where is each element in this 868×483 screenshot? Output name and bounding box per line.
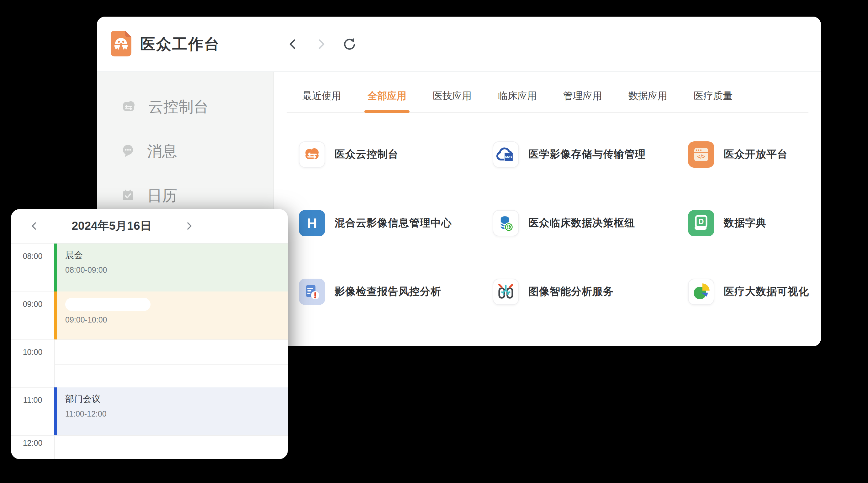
calendar-day-view: 08:00 09:00 10:00 11:00 12:00 晨会 08:00-0… xyxy=(11,244,288,459)
calendar-check-icon xyxy=(121,188,135,204)
svg-text:</>: </> xyxy=(697,154,705,160)
tab-all-apps[interactable]: 全部应用 xyxy=(361,89,413,112)
dictionary-book-icon: D xyxy=(688,210,714,236)
svg-text:D: D xyxy=(699,218,704,226)
hour-label: 10:00 xyxy=(11,348,54,357)
tab-bar: 最近使用 全部应用 医技应用 临床应用 管理应用 数据应用 医疗质量 xyxy=(287,72,808,112)
app-title: 医众工作台 xyxy=(140,34,220,54)
event-time: 11:00-12:00 xyxy=(65,409,288,418)
app-clinical-data-hub[interactable]: 医众临床数据决策枢纽 xyxy=(493,189,688,257)
app-grid: 医众云控制台 Mos 医学影像存储与传输管理 xyxy=(274,112,821,326)
mos-cloud-icon: Mos xyxy=(493,141,519,168)
tab-management[interactable]: 管理应用 xyxy=(557,89,608,112)
report-alert-icon xyxy=(299,279,325,305)
app-label: 影像检查报告风控分析 xyxy=(335,285,441,299)
app-image-storage[interactable]: Mos 医学影像存储与传输管理 xyxy=(493,120,688,189)
calendar-event-redacted[interactable]: 09:00-10:00 xyxy=(54,291,288,340)
app-label: 医众云控制台 xyxy=(335,147,399,161)
app-cloud-console[interactable]: 医众云控制台 xyxy=(299,120,493,189)
half-hour-gridline xyxy=(55,364,288,365)
code-window-icon: </> xyxy=(688,141,714,168)
event-title: 晨会 xyxy=(65,249,288,261)
calendar-next-day-icon[interactable] xyxy=(182,219,196,233)
event-time: 08:00-09:00 xyxy=(65,265,288,275)
nav-buttons xyxy=(286,37,356,51)
event-title-redacted-pill xyxy=(65,298,151,311)
hour-label: 12:00 xyxy=(11,439,54,448)
tab-recent[interactable]: 最近使用 xyxy=(296,89,347,112)
app-big-data-visualization[interactable]: 医疗大数据可视化 xyxy=(688,257,821,326)
calendar-header: 2024年5月16日 xyxy=(11,209,288,244)
hour-label: 11:00 xyxy=(11,395,54,405)
screen: 医众工作台 xyxy=(0,0,868,483)
app-label: 图像智能分析服务 xyxy=(528,285,614,299)
database-plus-icon xyxy=(493,210,519,236)
message-bubble-icon xyxy=(121,143,135,159)
app-hybrid-cloud-center[interactable]: H 混合云影像信息管理中心 xyxy=(299,189,493,257)
hour-gridline xyxy=(11,436,288,436)
refresh-icon[interactable] xyxy=(342,37,356,51)
hour-label: 09:00 xyxy=(11,300,54,309)
app-label: 数据字典 xyxy=(724,216,766,230)
event-title: 部门会议 xyxy=(65,393,288,405)
sidebar-item-messages[interactable]: 消息 xyxy=(97,129,274,174)
calendar-prev-day-icon[interactable] xyxy=(27,219,41,233)
sidebar-item-cloud-console[interactable]: 云控制台 xyxy=(97,85,274,129)
back-icon[interactable] xyxy=(286,37,300,51)
calendar-event-department-meeting[interactable]: 部门会议 11:00-12:00 xyxy=(54,387,288,436)
forward-icon[interactable] xyxy=(314,37,328,51)
window-header: 医众工作台 xyxy=(97,17,821,72)
calendar-date-label: 2024年5月16日 xyxy=(41,218,182,234)
cloud-settings-icon xyxy=(121,99,136,115)
content-area: 最近使用 全部应用 医技应用 临床应用 管理应用 数据应用 医疗质量 xyxy=(274,72,821,346)
app-label: 医众开放平台 xyxy=(724,147,788,161)
tab-data[interactable]: 数据应用 xyxy=(622,89,674,112)
app-label: 医学影像存储与传输管理 xyxy=(528,147,646,161)
calendar-panel: 2024年5月16日 08:00 09:00 10:00 11:00 12:00… xyxy=(11,209,288,459)
tab-clinical[interactable]: 临床应用 xyxy=(492,89,543,112)
hour-label: 08:00 xyxy=(11,252,54,261)
tab-medtech[interactable]: 医技应用 xyxy=(427,89,478,112)
sidebar-item-label: 日历 xyxy=(147,186,177,206)
pie-chart-icon xyxy=(688,279,714,305)
app-label: 混合云影像信息管理中心 xyxy=(335,216,452,230)
app-image-ai-analysis[interactable]: 图像智能分析服务 xyxy=(493,257,688,326)
orange-cloud-sliders-icon xyxy=(299,141,325,168)
app-data-dictionary[interactable]: D 数据字典 xyxy=(688,189,821,257)
calendar-event-morning-meeting[interactable]: 晨会 08:00-09:00 xyxy=(54,244,288,291)
hour-gridline xyxy=(11,340,288,340)
app-open-platform[interactable]: </> 医众开放平台 xyxy=(688,120,821,189)
app-report-risk-analysis[interactable]: 影像检查报告风控分析 xyxy=(299,257,493,326)
tab-quality[interactable]: 医疗质量 xyxy=(687,89,739,112)
sidebar-item-label: 云控制台 xyxy=(148,97,209,117)
app-logo-icon xyxy=(111,31,131,58)
lungs-icon xyxy=(493,279,519,305)
event-time: 09:00-10:00 xyxy=(65,315,288,324)
svg-text:H: H xyxy=(307,216,317,231)
sidebar-item-label: 消息 xyxy=(147,141,177,161)
letter-h-icon: H xyxy=(299,210,325,236)
app-label: 医众临床数据决策枢纽 xyxy=(528,216,635,230)
svg-text:Mos: Mos xyxy=(505,155,513,159)
app-label: 医疗大数据可视化 xyxy=(724,285,809,299)
